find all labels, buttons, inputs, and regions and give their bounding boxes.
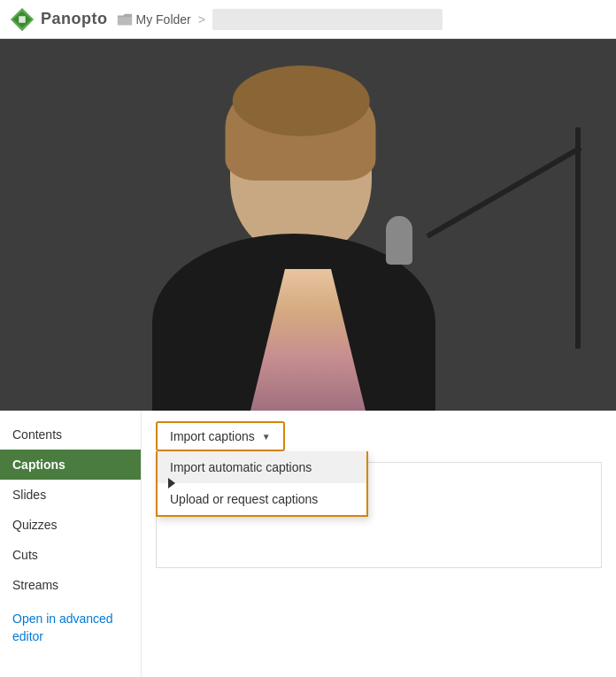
import-captions-dropdown: Import automatic captions Upload or requ… [156, 451, 368, 517]
panopto-logo-icon [9, 6, 35, 33]
sidebar-item-contents[interactable]: Contents [0, 419, 141, 450]
sidebar: Contents Captions Slides Quizzes Cuts St… [0, 411, 142, 677]
folder-icon [117, 12, 133, 27]
title-bar-input [212, 9, 443, 30]
import-captions-label: Import captions [170, 429, 255, 443]
mic-boom-arm [426, 145, 581, 238]
mic-head [386, 216, 412, 265]
sidebar-item-slides[interactable]: Slides [0, 480, 141, 510]
main-content: Contents Captions Slides Quizzes Cuts St… [0, 411, 616, 677]
sidebar-item-streams[interactable]: Streams [0, 570, 141, 600]
sidebar-item-quizzes[interactable]: Quizzes [0, 510, 141, 540]
import-captions-container: Import captions ▼ Import automatic capti… [156, 421, 285, 451]
logo-area: Panopto [9, 6, 108, 33]
video-background [0, 39, 616, 411]
captions-content-area: Import captions ▼ Import automatic capti… [142, 411, 616, 677]
import-auto-label: Import automatic captions [170, 460, 312, 474]
breadcrumb-arrow: > [198, 12, 205, 27]
breadcrumb-folder[interactable]: My Folder [136, 12, 191, 27]
sidebar-item-captions[interactable]: Captions [0, 450, 141, 480]
sidebar-item-open-advanced[interactable]: Open in advanced editor [0, 600, 141, 653]
upload-request-label: Upload or request captions [170, 492, 318, 506]
top-bar: Panopto My Folder > [0, 0, 616, 39]
dropdown-arrow-icon: ▼ [262, 432, 271, 442]
svg-marker-2 [19, 16, 26, 23]
mic-vertical-stand [575, 127, 581, 349]
dropdown-item-import-auto[interactable]: Import automatic captions [158, 451, 366, 483]
sidebar-item-cuts[interactable]: Cuts [0, 540, 141, 570]
dropdown-item-upload-request[interactable]: Upload or request captions [158, 483, 366, 515]
import-captions-button[interactable]: Import captions ▼ [156, 421, 285, 451]
app-name: Panopto [41, 10, 108, 28]
video-person-hair-top [233, 65, 370, 136]
breadcrumb-area: My Folder > [117, 12, 205, 27]
cursor-icon [168, 478, 175, 489]
video-area [0, 39, 616, 411]
